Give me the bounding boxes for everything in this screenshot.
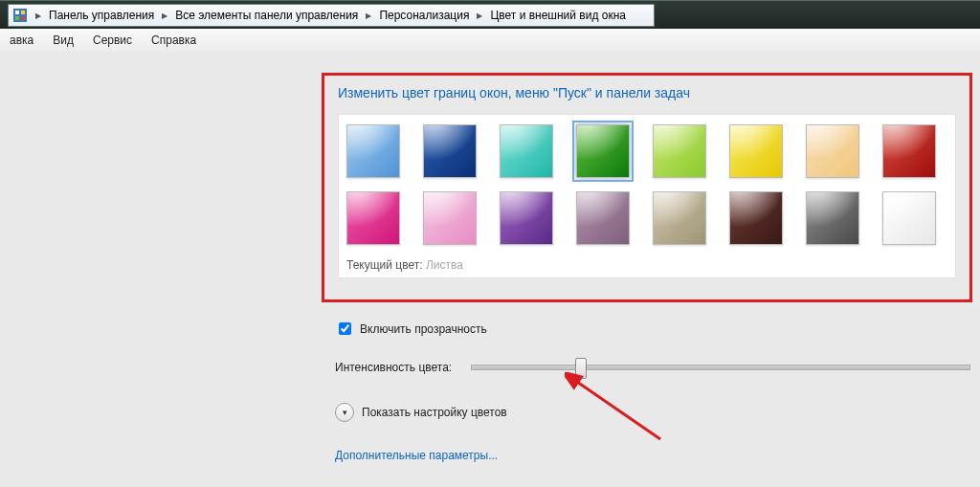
swatch-row bbox=[346, 191, 947, 245]
breadcrumb-item[interactable]: Панель управления bbox=[45, 5, 158, 26]
transparency-checkbox[interactable] bbox=[339, 322, 351, 335]
color-swatch-white[interactable] bbox=[882, 191, 936, 245]
color-swatch-grid: Текущий цвет: Листва bbox=[338, 114, 956, 278]
chevron-right-icon: ▶ bbox=[362, 11, 375, 20]
breadcrumb-item[interactable]: Цвет и внешний вид окна bbox=[486, 5, 630, 26]
svg-rect-1 bbox=[15, 11, 19, 14]
color-swatch-peach[interactable] bbox=[806, 124, 859, 178]
color-swatch-pink[interactable] bbox=[423, 191, 477, 245]
show-color-mixer-label: Показать настройку цветов bbox=[362, 406, 507, 419]
highlight-box: Изменить цвет границ окон, меню "Пуск" и… bbox=[322, 73, 972, 302]
color-swatch-mauve[interactable] bbox=[576, 191, 630, 245]
color-swatch-taupe[interactable] bbox=[653, 191, 706, 245]
menu-bar: авка Вид Сервис Справка bbox=[0, 29, 980, 53]
svg-rect-2 bbox=[21, 11, 25, 14]
color-swatch-yellow[interactable] bbox=[729, 124, 783, 178]
current-color-row: Текущий цвет: Листва bbox=[346, 258, 947, 272]
color-swatch-purple[interactable] bbox=[500, 191, 553, 245]
menu-item-edit[interactable]: авка bbox=[0, 29, 43, 52]
advanced-settings-link[interactable]: Дополнительные параметры... bbox=[335, 449, 970, 462]
window-titlebar: ▶ Панель управления ▶ Все элементы панел… bbox=[0, 0, 980, 31]
chevron-right-icon: ▶ bbox=[32, 11, 45, 20]
chevron-right-icon: ▶ bbox=[473, 11, 486, 20]
breadcrumb-item[interactable]: Все элементы панели управления bbox=[171, 5, 362, 26]
control-panel-icon bbox=[12, 8, 28, 23]
transparency-toggle-row: Включить прозрачность bbox=[335, 320, 970, 338]
chevron-right-icon: ▶ bbox=[158, 11, 171, 20]
page-heading: Изменить цвет границ окон, меню "Пуск" и… bbox=[338, 85, 956, 100]
intensity-slider[interactable] bbox=[471, 365, 970, 370]
slider-thumb[interactable] bbox=[575, 358, 587, 379]
content-area: Изменить цвет границ окон, меню "Пуск" и… bbox=[0, 52, 980, 487]
svg-rect-3 bbox=[15, 16, 19, 20]
color-swatch-brown[interactable] bbox=[729, 191, 783, 245]
menu-item-tools[interactable]: Сервис bbox=[83, 29, 142, 52]
breadcrumb-bar[interactable]: ▶ Панель управления ▶ Все элементы панел… bbox=[8, 4, 655, 27]
show-color-mixer-row[interactable]: ▾ Показать настройку цветов bbox=[335, 403, 970, 422]
current-color-label: Текущий цвет: bbox=[346, 258, 423, 272]
menu-item-view[interactable]: Вид bbox=[43, 29, 83, 52]
swatch-row bbox=[346, 124, 947, 178]
intensity-label: Интенсивность цвета: bbox=[335, 361, 452, 374]
chevron-down-icon[interactable]: ▾ bbox=[335, 403, 354, 422]
color-swatch-blue[interactable] bbox=[423, 124, 477, 178]
svg-rect-4 bbox=[21, 16, 25, 20]
menu-item-help[interactable]: Справка bbox=[142, 29, 206, 52]
color-swatch-teal[interactable] bbox=[500, 124, 553, 178]
color-swatch-sky[interactable] bbox=[346, 124, 400, 178]
color-swatch-gray[interactable] bbox=[806, 191, 859, 245]
color-swatch-red[interactable] bbox=[882, 124, 936, 178]
transparency-label[interactable]: Включить прозрачность bbox=[360, 322, 487, 336]
current-color-value: Листва bbox=[426, 258, 463, 272]
color-swatch-lime[interactable] bbox=[653, 124, 706, 178]
breadcrumb-item[interactable]: Персонализация bbox=[375, 5, 473, 26]
color-swatch-magenta[interactable] bbox=[346, 191, 400, 245]
color-swatch-green[interactable] bbox=[576, 124, 630, 178]
intensity-row: Интенсивность цвета: bbox=[335, 361, 970, 374]
